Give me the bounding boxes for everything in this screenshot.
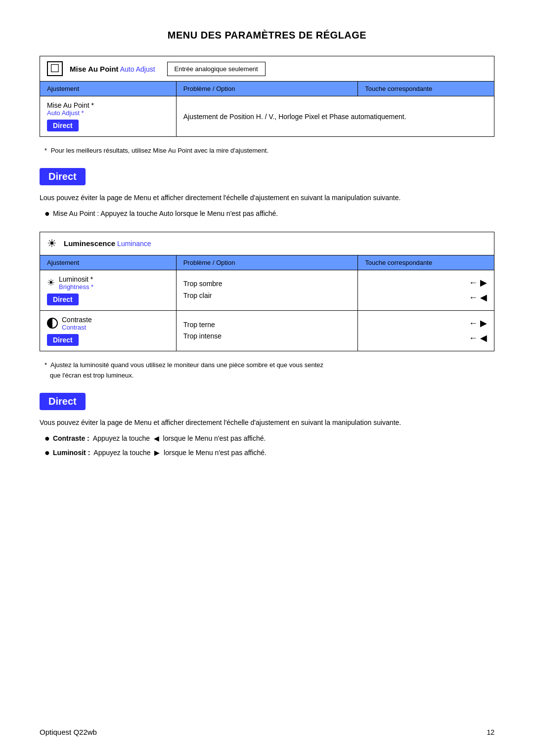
contraste-label: Contraste xyxy=(62,316,92,324)
section1-row-label: Mise Au Point * Auto Adjust * Direct xyxy=(40,96,177,137)
brightness-option1: Trop sombre xyxy=(183,278,351,290)
brightness-option2: Trop clair xyxy=(183,290,351,302)
section1-subtitle: Auto Adjust xyxy=(120,65,155,73)
contraste-bullet-label: Contraste : xyxy=(53,434,89,442)
col-header-ajustement-2: Ajustement xyxy=(40,255,177,270)
footer-page-number: 12 xyxy=(487,728,494,736)
direct1-text: Lous pouvez éviter la page de Menu et af… xyxy=(40,192,494,203)
direct1-bullet1: ● Mise Au Point : Appuyez la touche Auto… xyxy=(44,208,494,219)
direct-section-1: Direct Lous pouvez éviter la page de Men… xyxy=(40,163,494,220)
analog-note: Entrée analogique seulement xyxy=(167,62,266,76)
direct1-bullet1-text: Mise Au Point : Appuyez la touche Auto l… xyxy=(53,208,278,219)
contraste-bullet-end: lorsque le Menu n'est pas affiché. xyxy=(163,434,266,442)
contrast-row-label: Contraste Contrast Direct xyxy=(40,310,177,351)
col-header-probleme-1: Problème / Option xyxy=(176,82,358,96)
direct-button-contrast: Direct xyxy=(47,334,79,346)
section2-footnote: * Ajustez la luminosité quand vous utili… xyxy=(40,360,494,381)
bullet-dot-3: ● xyxy=(44,447,50,459)
contrast-option2: Trop intense xyxy=(183,331,351,342)
contrast-icon xyxy=(47,318,58,329)
contrast-options: Trop terne Trop intense xyxy=(176,310,358,351)
col-header-probleme-2: Problème / Option xyxy=(176,255,358,270)
section1-footnote: * Pour les meilleurs résultats, utilisez… xyxy=(40,146,494,156)
direct-section-2: Direct Vous pouvez éviter la page de Men… xyxy=(40,388,494,459)
sun-icon-large: ☀ xyxy=(47,237,57,250)
col-header-ajustement-1: Ajustement xyxy=(40,82,177,96)
direct2-text: Vous pouvez éviter la page de Menu et af… xyxy=(40,417,494,428)
direct-heading-2: Direct xyxy=(40,393,86,410)
mise-au-point-label: Mise Au Point * xyxy=(47,101,169,109)
mise-au-point-table: ☐ Mise Au Point Auto Adjust Entrée analo… xyxy=(40,56,494,137)
page-title: MENU DES PARAMÈTRES DE RÉGLAGE xyxy=(40,30,494,41)
auto-adjust-label: Auto Adjust * xyxy=(47,109,169,117)
bullet-dot-2: ● xyxy=(44,433,50,444)
direct2-bullet1: ● Contraste : Appuyez la touche ◀ lorsqu… xyxy=(44,433,494,444)
contrast-arrow1: ← ▶ xyxy=(365,316,487,331)
direct1-bullets: ● Mise Au Point : Appuyez la touche Auto… xyxy=(40,208,494,219)
contrast-arrows: ← ▶ ← ◀ xyxy=(358,310,494,351)
direct2-bullet2: ● Luminosit : Appuyez la touche ▶ lorsqu… xyxy=(44,447,494,459)
contraste-arrow-icon: ◀ xyxy=(154,434,159,442)
monitor-icon: ☐ xyxy=(47,61,63,76)
direct-heading-1: Direct xyxy=(40,168,86,185)
section1-title-block: Mise Au Point Auto Adjust xyxy=(70,65,155,73)
col-header-touche-2: Touche correspondante xyxy=(358,255,494,270)
contrast-label: Contrast xyxy=(62,324,92,331)
section2-title-block: Luminescence Luminance xyxy=(64,239,151,248)
brightness-arrows: ← ▶ ← ◀ xyxy=(358,270,494,310)
section2-footnote-line1: Ajustez la luminosité quand vous utilise… xyxy=(50,361,323,369)
brightness-row-label: ☀ Luminosit * Brightness * Direct xyxy=(40,270,177,310)
bullet-dot-1: ● xyxy=(44,208,50,219)
brightness-label: Brightness * xyxy=(59,283,93,291)
sun-icon-small: ☀ xyxy=(47,277,55,288)
brightness-arrow2: ← ◀ xyxy=(365,290,487,305)
section2-main-title: Luminescence xyxy=(64,239,115,248)
luminescence-table: ☀ Luminescence Luminance Ajustement Prob… xyxy=(40,232,494,351)
luminosit-bullet-end: lorsque le Menu n'est pas affiché. xyxy=(164,449,267,457)
brightness-options: Trop sombre Trop clair xyxy=(176,270,358,310)
col-header-touche-1: Touche correspondante xyxy=(358,82,494,96)
brand-model: Q22wb xyxy=(73,728,97,736)
luminosit-label: Luminosit * xyxy=(59,275,93,283)
section1-main-title: Mise Au Point xyxy=(70,65,119,73)
brightness-arrow1: ← ▶ xyxy=(365,275,487,291)
footer-brand: Optiquest Q22wb xyxy=(40,728,97,736)
brand-name: Optiquest xyxy=(40,728,71,736)
direct-button-1: Direct xyxy=(47,120,79,131)
section1-row-description: Ajustement de Position H. / V., Horloge … xyxy=(176,96,494,137)
luminosit-arrow-icon: ▶ xyxy=(154,449,160,457)
direct-button-brightness: Direct xyxy=(47,294,79,305)
direct2-bullets: ● Contraste : Appuyez la touche ◀ lorsqu… xyxy=(40,433,494,459)
section2-subtitle: Luminance xyxy=(117,240,151,248)
contrast-option1: Trop terne xyxy=(183,319,351,331)
contraste-bullet-text: Appuyez la touche xyxy=(93,434,150,442)
luminosit-bullet-text: Appuyez la touche xyxy=(93,449,150,457)
section2-footnote-line2: que l'écran est trop lumineux. xyxy=(50,372,134,379)
contrast-arrow2: ← ◀ xyxy=(365,331,487,346)
luminosit-bullet-label: Luminosit : xyxy=(53,449,90,457)
page-footer: Optiquest Q22wb 12 xyxy=(40,728,494,736)
